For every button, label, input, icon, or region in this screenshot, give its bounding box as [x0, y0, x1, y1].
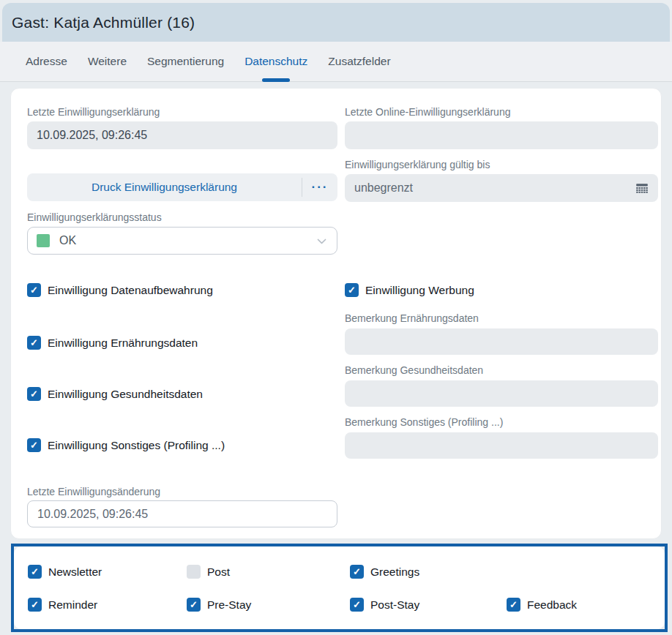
tab-adresse[interactable]: Adresse	[15, 42, 78, 81]
tab-segmentierung[interactable]: Segmentierung	[137, 42, 234, 81]
checkbox-label: Post	[207, 566, 230, 579]
checkbox-pre-stay[interactable]: Pre-Stay	[187, 598, 251, 612]
last-consent-label: Letzte Einwilligungserklärung	[27, 105, 337, 119]
tab-zusatzfelder[interactable]: Zusatzfelder	[318, 42, 400, 81]
checkbox-label: Newsletter	[48, 566, 102, 579]
consent-status-value: OK	[59, 234, 306, 247]
print-consent-more-button[interactable]: ···	[302, 173, 337, 201]
checkbox-box	[345, 283, 359, 297]
checkbox-einwilligung-werbung[interactable]: Einwilligung Werbung	[345, 283, 658, 297]
tab-datenschutz[interactable]: Datenschutz	[234, 42, 318, 81]
checkbox-label: Einwilligung Gesundheitsdaten	[48, 388, 203, 401]
checkbox-reminder[interactable]: Reminder	[28, 598, 97, 612]
checkbox-label: Post-Stay	[370, 598, 419, 612]
checkbox-label: Greetings	[370, 566, 419, 579]
last-consent-field[interactable]: 10.09.2025, 09:26:45	[27, 121, 337, 149]
checkbox-label: Einwilligung Ernährungsdaten	[48, 337, 198, 350]
checkbox-box	[27, 387, 41, 401]
guest-detail-window: Gast: Katja Achmüller (16) Adresse Weite…	[0, 0, 672, 635]
checkbox-box	[187, 598, 201, 612]
last-online-consent-field[interactable]	[345, 121, 658, 149]
last-consent-value: 10.09.2025, 09:26:45	[37, 129, 147, 142]
consent-status-dropdown[interactable]: OK	[27, 227, 337, 255]
last-consent-change-label: Letzte Einwilligungsänderung	[27, 484, 337, 499]
checkbox-label: Feedback	[527, 598, 577, 612]
subscriptions-highlight-section: Newsletter Post Greetings Reminder Pre-S…	[11, 544, 668, 632]
checkbox-label: Einwilligung Sonstiges (Profiling ...)	[48, 439, 225, 452]
checkbox-label: Reminder	[48, 598, 97, 612]
consent-valid-until-label: Einwilligungserklärung gültig bis	[345, 157, 658, 172]
last-consent-change-field[interactable]: 10.09.2025, 09:26:45	[27, 500, 337, 527]
checkbox-label: Einwilligung Datenaufbewahrung	[48, 284, 213, 297]
checkbox-einwilligung-ernaehrungsdaten[interactable]: Einwilligung Ernährungsdaten	[27, 336, 337, 350]
print-consent-split-button: Druck Einwilligungserklärung ···	[27, 173, 337, 201]
checkbox-box	[350, 598, 364, 612]
page-title: Gast: Katja Achmüller (16)	[12, 14, 195, 31]
last-consent-change-value: 10.09.2025, 09:26:45	[37, 508, 148, 521]
checkbox-box	[187, 565, 201, 579]
datenschutz-form-card: Letzte Einwilligungserklärung 10.09.2025…	[10, 88, 662, 539]
window-titlebar: Gast: Katja Achmüller (16)	[2, 3, 670, 42]
remark-gesundheit-label: Bemerkung Gesundheitsdaten	[345, 363, 658, 377]
status-color-swatch	[37, 234, 50, 247]
checkbox-einwilligung-gesundheitsdaten[interactable]: Einwilligung Gesundheitsdaten	[27, 387, 337, 401]
checkbox-box	[28, 598, 42, 612]
subscriptions-card: Newsletter Post Greetings Reminder Pre-S…	[14, 546, 665, 629]
checkbox-label: Einwilligung Werbung	[365, 284, 474, 297]
checkbox-newsletter[interactable]: Newsletter	[28, 565, 102, 579]
remark-ernaehrung-label: Bemerkung Ernährungsdaten	[345, 311, 658, 326]
remark-sonstiges-label: Bemerkung Sonstiges (Profiling ...)	[345, 415, 658, 429]
consent-status-label: Einwilligungserklärungsstatus	[27, 210, 337, 225]
remark-ernaehrung-field[interactable]	[345, 328, 658, 355]
calendar-icon[interactable]	[635, 181, 649, 195]
tab-weitere[interactable]: Weitere	[78, 42, 137, 81]
checkbox-post[interactable]: Post	[187, 565, 230, 579]
checkbox-box	[27, 438, 41, 452]
remark-gesundheit-field[interactable]	[345, 380, 658, 407]
checkbox-einwilligung-sonstiges[interactable]: Einwilligung Sonstiges (Profiling ...)	[27, 438, 337, 452]
checkbox-box	[28, 565, 42, 579]
checkbox-post-stay[interactable]: Post-Stay	[350, 598, 419, 612]
checkbox-box	[27, 336, 41, 350]
chevron-down-icon	[316, 235, 328, 247]
consent-valid-until-field[interactable]: unbegrenzt	[345, 174, 658, 202]
remark-sonstiges-field[interactable]	[345, 432, 658, 459]
print-consent-button[interactable]: Druck Einwilligungserklärung	[27, 173, 302, 201]
checkbox-feedback[interactable]: Feedback	[507, 598, 577, 612]
tab-bar: Adresse Weitere Segmentierung Datenschut…	[0, 42, 672, 82]
checkbox-einwilligung-datenaufbewahrung[interactable]: Einwilligung Datenaufbewahrung	[27, 283, 337, 297]
last-online-consent-label: Letzte Online-Einwilligungserklärung	[345, 105, 658, 119]
consent-valid-until-value: unbegrenzt	[354, 181, 413, 195]
checkbox-greetings[interactable]: Greetings	[350, 565, 419, 579]
checkbox-box	[507, 598, 520, 612]
checkbox-label: Pre-Stay	[207, 598, 251, 612]
checkbox-box	[27, 283, 41, 297]
checkbox-box	[350, 565, 364, 579]
